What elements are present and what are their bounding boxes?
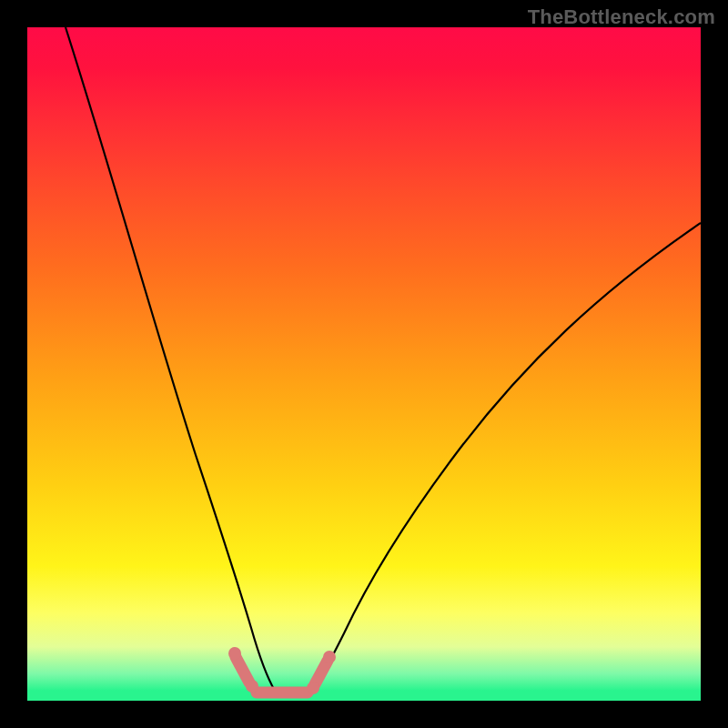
trough-left-marker [236,657,249,682]
left-curve-line [66,27,280,696]
trough-right-dot-2 [323,651,336,663]
chart-plot-area [27,27,701,701]
chart-svg [27,27,701,701]
trough-left-dot-2 [246,680,258,693]
trough-left-dot-1 [228,647,241,660]
watermark-text: TheBottleneck.com [528,5,715,29]
trough-right-dot-1 [307,682,319,694]
trough-right-marker [315,661,328,684]
right-curve-line [309,223,701,696]
